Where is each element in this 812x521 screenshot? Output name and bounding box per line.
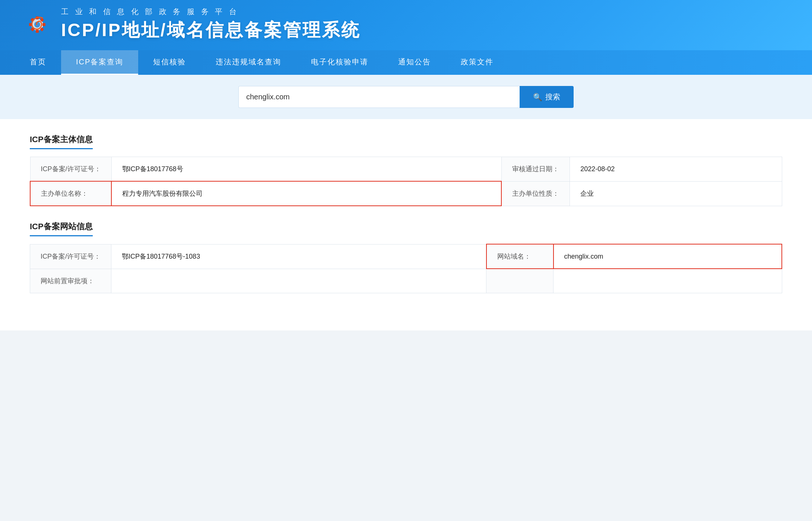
search-icon: 🔍	[533, 93, 542, 102]
preapproval-label: 网站前置审批项：	[30, 269, 111, 293]
domain-label: 网站域名：	[486, 244, 554, 269]
nav-item-sms[interactable]: 短信核验	[138, 50, 201, 75]
icp-subject-title: ICP备案主体信息	[30, 134, 93, 149]
search-bar: 🔍 搜索	[238, 86, 574, 108]
company-name-value: 程力专用汽车股份有限公司	[111, 181, 501, 206]
header: 工 业 和 信 息 化 部 政 务 服 务 平 台 ICP/IP地址/域名信息备…	[0, 0, 812, 50]
nav-item-notice[interactable]: 通知公告	[383, 50, 446, 75]
icp-number-label: ICP备案/许可证号：	[30, 157, 111, 182]
search-button[interactable]: 🔍 搜索	[520, 86, 574, 108]
search-button-label: 搜索	[545, 92, 560, 102]
icp-number-value: 鄂ICP备18017768号	[111, 157, 501, 182]
table-row: 网站前置审批项：	[30, 269, 782, 293]
table-row: ICP备案/许可证号： 鄂ICP备18017768号 审核通过日期： 2022-…	[30, 157, 782, 182]
header-subtitle: 工 业 和 信 息 化 部 政 务 服 务 平 台	[61, 7, 361, 17]
preapproval-col4	[554, 269, 782, 293]
approval-date-value: 2022-08-02	[570, 157, 782, 182]
nav-item-home[interactable]: 首页	[15, 50, 61, 75]
approval-date-label: 审核通过日期：	[501, 157, 570, 182]
table-row: ICP备案/许可证号： 鄂ICP备18017768号-1083 网站域名： ch…	[30, 244, 782, 269]
company-type-value: 企业	[570, 181, 782, 206]
logo-icon	[22, 10, 52, 39]
icp-website-table: ICP备案/许可证号： 鄂ICP备18017768号-1083 网站域名： ch…	[30, 244, 782, 293]
header-title: ICP/IP地址/域名信息备案管理系统	[61, 18, 361, 42]
main-content: ICP备案主体信息 ICP备案/许可证号： 鄂ICP备18017768号 审核通…	[0, 119, 812, 330]
domain-value: chenglix.com	[554, 244, 782, 269]
header-text: 工 业 和 信 息 化 部 政 务 服 务 平 台 ICP/IP地址/域名信息备…	[61, 7, 361, 42]
icp-subject-table: ICP备案/许可证号： 鄂ICP备18017768号 审核通过日期： 2022-…	[30, 157, 782, 206]
nav-item-electronic[interactable]: 电子化核验申请	[296, 50, 383, 75]
nav-bar: 首页 ICP备案查询 短信核验 违法违规域名查询 电子化核验申请 通知公告 政策…	[0, 50, 812, 75]
search-section: 🔍 搜索	[0, 75, 812, 119]
website-icp-value: 鄂ICP备18017768号-1083	[111, 244, 486, 269]
nav-item-policy[interactable]: 政策文件	[446, 50, 508, 75]
company-name-label: 主办单位名称：	[30, 181, 111, 206]
company-type-label: 主办单位性质：	[501, 181, 570, 206]
svg-rect-6	[36, 30, 39, 33]
website-icp-label: ICP备案/许可证号：	[30, 244, 111, 269]
icp-website-section-header: ICP备案网站信息	[30, 221, 782, 236]
search-input[interactable]	[238, 86, 520, 108]
nav-item-illegal[interactable]: 违法违规域名查询	[201, 50, 296, 75]
table-row-highlight: 主办单位名称： 程力专用汽车股份有限公司 主办单位性质： 企业	[30, 181, 782, 206]
icp-subject-section-header: ICP备案主体信息	[30, 134, 782, 149]
preapproval-value	[111, 269, 486, 293]
preapproval-col3	[486, 269, 554, 293]
nav-item-icp[interactable]: ICP备案查询	[61, 50, 138, 75]
svg-rect-4	[42, 23, 45, 26]
icp-website-title: ICP备案网站信息	[30, 221, 93, 236]
